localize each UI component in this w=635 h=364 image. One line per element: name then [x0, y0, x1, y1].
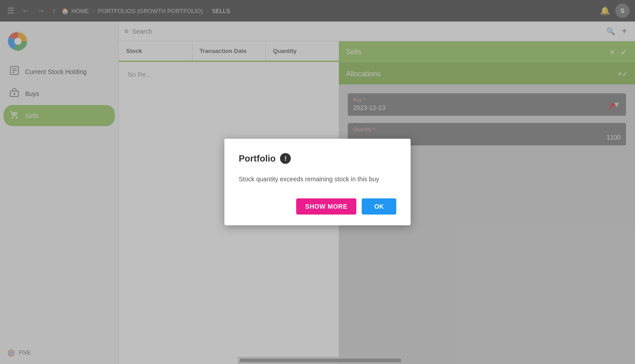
ok-button[interactable]: OK [362, 198, 396, 215]
modal-buttons: SHOW MORE OK [239, 198, 396, 215]
modal-title-text: Portfolio [239, 153, 276, 164]
show-more-button[interactable]: SHOW MORE [296, 198, 356, 215]
modal-message: Stock quantity exceeds remaining stock i… [239, 175, 396, 184]
exclaim-icon: ! [280, 153, 291, 164]
modal-dialog: Portfolio ! Stock quantity exceeds remai… [224, 139, 411, 225]
modal-overlay: Portfolio ! Stock quantity exceeds remai… [0, 0, 635, 364]
modal-title: Portfolio ! [239, 153, 396, 164]
